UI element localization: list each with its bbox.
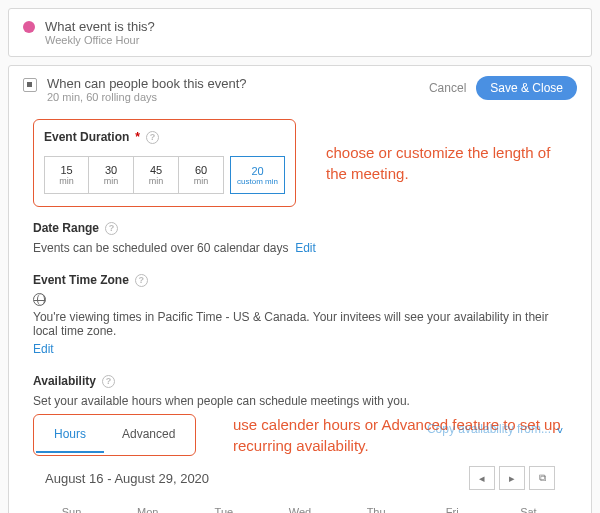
booking-title: When can people book this event? xyxy=(47,76,246,91)
calendar-range: August 16 - August 29, 2020 xyxy=(45,471,209,486)
duration-annotation: choose or customize the length of the me… xyxy=(326,142,567,184)
required-asterisk: * xyxy=(135,130,140,144)
booking-card: When can people book this event? 20 min,… xyxy=(8,65,592,513)
globe-icon xyxy=(33,293,46,306)
event-header-card[interactable]: What event is this? Weekly Office Hour xyxy=(8,8,592,57)
duration-60[interactable]: 60min xyxy=(179,156,224,194)
day-head-sat: Sat xyxy=(490,500,566,513)
duration-30[interactable]: 30min xyxy=(89,156,134,194)
booking-subtitle: 20 min, 60 rolling days xyxy=(47,91,246,103)
timezone-label: Event Time Zone xyxy=(33,273,129,287)
help-icon[interactable]: ? xyxy=(146,131,159,144)
cancel-button[interactable]: Cancel xyxy=(429,81,466,95)
day-head-fri: Fri xyxy=(414,500,490,513)
event-header-subtitle: Weekly Office Hour xyxy=(45,34,577,46)
timezone-text: You're viewing times in Pacific Time - U… xyxy=(33,310,567,338)
help-icon[interactable]: ? xyxy=(135,274,148,287)
day-head-thu: Thu xyxy=(338,500,414,513)
duration-highlight-box: Event Duration * ? 15min 30min 45min 60m… xyxy=(33,119,296,207)
timezone-edit[interactable]: Edit xyxy=(33,342,54,356)
duration-custom[interactable]: 20custom min xyxy=(230,156,285,194)
timezone-section: Event Time Zone ? You're viewing times i… xyxy=(23,269,577,370)
availability-tabs-highlight: Hours Advanced xyxy=(33,414,196,456)
duration-label: Event Duration xyxy=(44,130,129,144)
date-range-edit[interactable]: Edit xyxy=(295,241,316,255)
date-range-text: Events can be scheduled over 60 calendar… xyxy=(33,241,289,255)
calendar-grid: Sun Mon Tue Wed Thu Fri Sat TODAY 17 18 xyxy=(33,500,567,513)
day-head-tue: Tue xyxy=(186,500,262,513)
tab-advanced[interactable]: Advanced xyxy=(104,417,193,453)
availability-section: Availability ? Set your available hours … xyxy=(23,370,577,513)
duration-section: Event Duration * ? 15min 30min 45min 60m… xyxy=(23,103,577,221)
calendar-square-icon xyxy=(23,78,37,92)
help-icon[interactable]: ? xyxy=(102,375,115,388)
availability-label: Availability xyxy=(33,374,96,388)
date-range-section: Date Range ? Events can be scheduled ove… xyxy=(23,221,577,269)
tab-hours[interactable]: Hours xyxy=(36,417,104,453)
duration-15[interactable]: 15min xyxy=(44,156,89,194)
copy-availability-link[interactable]: Copy availability from... xyxy=(427,422,551,436)
event-color-dot xyxy=(23,21,35,33)
calendar-prev-button[interactable]: ◂ xyxy=(469,466,495,490)
day-head-mon: Mon xyxy=(110,500,186,513)
event-header-title: What event is this? xyxy=(45,19,155,34)
availability-text: Set your available hours when people can… xyxy=(33,394,567,408)
chevron-down-icon[interactable]: ⅴ xyxy=(557,424,563,435)
date-range-label: Date Range xyxy=(33,221,99,235)
help-icon[interactable]: ? xyxy=(105,222,118,235)
duration-options: 15min 30min 45min 60min 20custom min xyxy=(44,156,285,194)
duration-45[interactable]: 45min xyxy=(134,156,179,194)
day-head-wed: Wed xyxy=(262,500,338,513)
save-close-button[interactable]: Save & Close xyxy=(476,76,577,100)
day-head-sun: Sun xyxy=(34,500,110,513)
calendar-copy-button[interactable]: ⧉ xyxy=(529,466,555,490)
calendar-next-button[interactable]: ▸ xyxy=(499,466,525,490)
